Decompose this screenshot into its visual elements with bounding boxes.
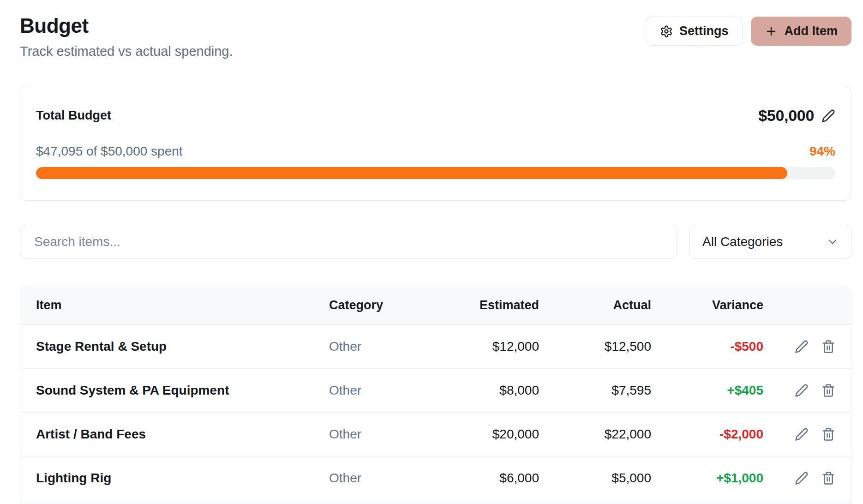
edit-row-pencil-icon[interactable]	[795, 340, 809, 354]
table-row: Sound System & PA Equipment Other $8,000…	[20, 369, 851, 413]
total-budget-card: Total Budget $50,000 $47,095 of $50,000 …	[20, 86, 851, 201]
column-header-item: Item	[36, 298, 329, 312]
header-actions: Settings Add Item	[646, 17, 851, 46]
total-budget-value: $50,000	[758, 107, 814, 125]
item-variance: +$1,000	[651, 471, 763, 486]
category-dropdown-value: All Categories	[702, 234, 783, 249]
item-name: Lighting Rig	[36, 471, 329, 486]
item-actual: $22,000	[539, 427, 651, 442]
item-actual: $12,500	[539, 339, 651, 354]
page-subtitle: Track estimated vs actual spending.	[20, 44, 233, 59]
delete-row-trash-icon[interactable]	[821, 427, 835, 441]
item-name: Artist / Band Fees	[36, 427, 329, 442]
item-estimated: $8,000	[458, 383, 539, 398]
item-estimated: $20,000	[458, 427, 539, 442]
settings-button-label: Settings	[679, 24, 729, 38]
chevron-down-icon	[826, 235, 839, 248]
progress-fill	[36, 167, 787, 179]
item-name: Stage Rental & Setup	[36, 339, 329, 354]
item-variance: -$500	[651, 339, 763, 354]
table-row: Lighting Rig Other $6,000 $5,000 +$1,000	[20, 456, 851, 500]
page-heading: Budget Track estimated vs actual spendin…	[20, 13, 233, 59]
filter-row: All Categories	[20, 225, 851, 259]
item-variance: -$2,000	[651, 427, 763, 442]
delete-row-trash-icon[interactable]	[821, 384, 835, 397]
column-header-category: Category	[329, 298, 458, 312]
table-header-row: Item Category Estimated Actual Variance	[20, 286, 851, 325]
gear-icon	[660, 25, 673, 38]
delete-row-trash-icon[interactable]	[821, 340, 835, 354]
item-category: Other	[329, 383, 458, 398]
spent-percent: 94%	[809, 144, 835, 159]
edit-budget-pencil-icon[interactable]	[821, 109, 835, 123]
category-dropdown[interactable]: All Categories	[689, 225, 851, 259]
table-row: Stage Rental & Setup Other $12,000 $12,5…	[20, 325, 851, 369]
column-header-estimated: Estimated	[458, 298, 539, 312]
item-category: Other	[329, 339, 458, 354]
edit-row-pencil-icon[interactable]	[795, 384, 809, 397]
edit-row-pencil-icon[interactable]	[795, 427, 809, 441]
budget-progress-bar	[36, 167, 835, 179]
column-header-variance: Variance	[651, 298, 763, 312]
add-item-button-label: Add Item	[784, 24, 838, 38]
settings-button[interactable]: Settings	[646, 17, 743, 46]
partially-visible-row	[20, 500, 851, 504]
page-header: Budget Track estimated vs actual spendin…	[20, 13, 851, 59]
column-header-actual: Actual	[539, 298, 651, 312]
item-variance: +$405	[651, 383, 763, 398]
item-name: Sound System & PA Equipment	[36, 383, 329, 398]
edit-row-pencil-icon[interactable]	[795, 471, 809, 485]
table-row: Artist / Band Fees Other $20,000 $22,000…	[20, 413, 851, 456]
add-item-button[interactable]: Add Item	[751, 17, 851, 46]
item-actual: $5,000	[539, 471, 651, 486]
item-category: Other	[329, 471, 458, 486]
spent-summary: $47,095 of $50,000 spent	[36, 144, 183, 159]
page-title: Budget	[20, 13, 233, 38]
search-input[interactable]	[20, 225, 677, 259]
item-estimated: $12,000	[458, 339, 539, 354]
total-budget-label: Total Budget	[36, 108, 111, 123]
item-estimated: $6,000	[458, 471, 539, 486]
item-actual: $7,595	[539, 383, 651, 398]
delete-row-trash-icon[interactable]	[821, 471, 835, 485]
item-category: Other	[329, 427, 458, 442]
plus-icon	[765, 25, 778, 38]
budget-page: Budget Track estimated vs actual spendin…	[0, 0, 863, 504]
budget-items-table: Item Category Estimated Actual Variance …	[20, 286, 851, 504]
